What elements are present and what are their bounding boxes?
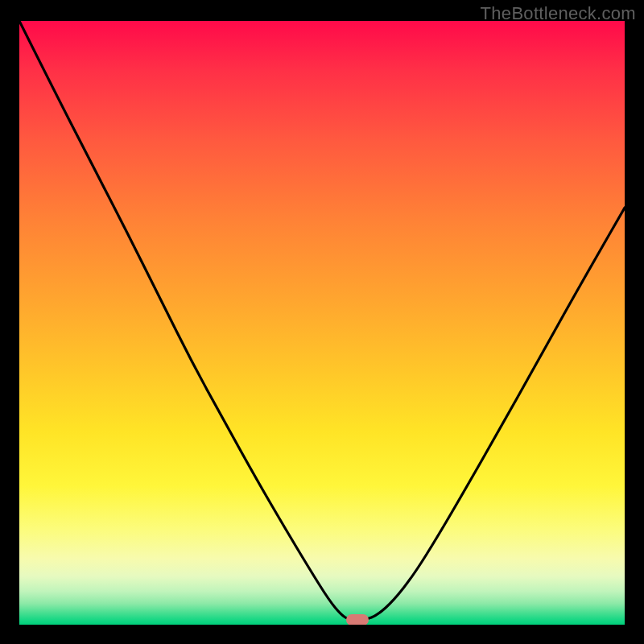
chart-frame: TheBottleneck.com (0, 0, 644, 644)
curve-layer (19, 21, 625, 625)
watermark-text: TheBottleneck.com (481, 3, 636, 24)
optimal-point-marker (346, 614, 369, 625)
bottleneck-curve (19, 21, 625, 620)
plot-area (19, 21, 625, 625)
